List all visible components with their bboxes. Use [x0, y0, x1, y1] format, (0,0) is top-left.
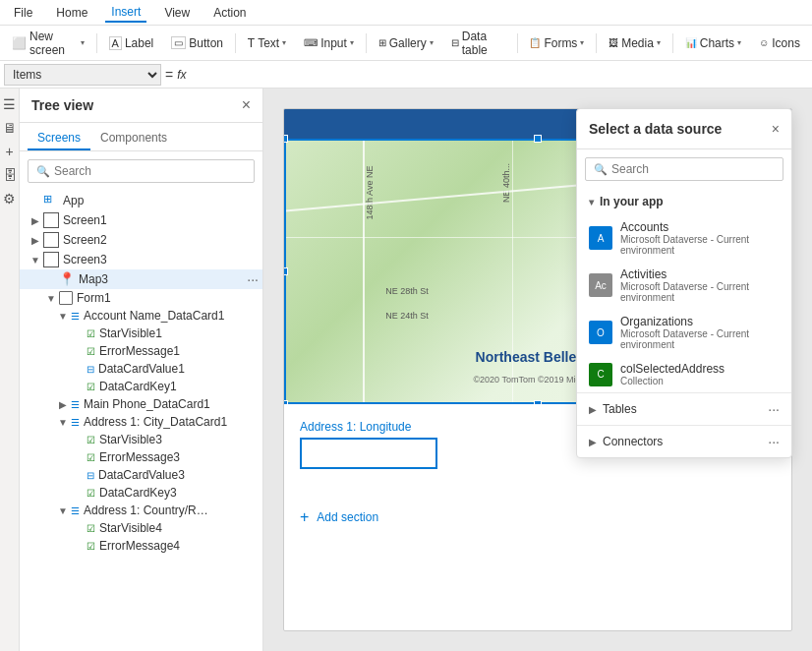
tree-item-datacardvalue1[interactable]: ⊟ DataCardValue1 [20, 360, 262, 378]
media-icon: 🖼 [609, 37, 618, 48]
map3-more-button[interactable]: ··· [243, 271, 262, 287]
formula-input[interactable] [191, 64, 808, 86]
handle-top[interactable] [534, 135, 542, 143]
tree-item-datacardkey3[interactable]: ☑ DataCardKey3 [20, 484, 262, 502]
menu-view[interactable]: View [158, 4, 196, 22]
tree-item-starvisible1[interactable]: ☑ StarVisible1 [20, 325, 262, 342]
longitude-input[interactable] [300, 438, 437, 469]
tree-item-datacardkey1[interactable]: ☑ DataCardKey1 [20, 378, 262, 395]
tab-screens[interactable]: Screens [28, 127, 90, 150]
gallery-button[interactable]: ⊞ Gallery ▾ [371, 32, 441, 54]
tab-components[interactable]: Components [90, 127, 177, 150]
connectors-cat-left: ▶ Connectors [589, 435, 663, 448]
tree-toggle-form1[interactable]: ▼ [43, 293, 59, 304]
tree-item-screen1[interactable]: ▶ Screen1 [20, 210, 262, 230]
handle-bl[interactable] [284, 400, 288, 404]
tree-item-starvisible4[interactable]: ☑ StarVisible4 [20, 519, 262, 537]
icons-button[interactable]: ☺ Icons [751, 32, 808, 54]
forms-icon: 📋 [529, 37, 541, 48]
datasource-item-colselectedaddress[interactable]: C colSelectedAddress Collection [577, 356, 791, 392]
datasource-search-input[interactable] [611, 162, 775, 176]
button-button[interactable]: ▭ Button [163, 32, 231, 54]
tree-toggle-screen3[interactable]: ▼ [28, 255, 43, 266]
tree-label-country-dc: Address 1: Country/Region_DataCard... [84, 503, 211, 517]
charts-button[interactable]: 📊 Charts ▾ [677, 32, 749, 54]
handle-left[interactable] [284, 267, 288, 275]
tree-item-errormessage4[interactable]: ☑ ErrorMessage4 [20, 537, 262, 555]
tree-item-screen2[interactable]: ▶ Screen2 [20, 230, 262, 250]
datasource-close-button[interactable]: × [772, 121, 780, 137]
monitor-icon[interactable]: 🖥 [2, 120, 18, 136]
tree-label-dcv1: DataCardValue1 [98, 362, 185, 376]
colselected-sub: Collection [620, 376, 780, 386]
datasource-title: Select a data source [589, 121, 722, 137]
label-button[interactable]: A Label [101, 32, 162, 54]
menu-home[interactable]: Home [50, 4, 93, 22]
tree-item-datacardvalue3[interactable]: ⊟ DataCardValue3 [20, 466, 262, 484]
tree-item-app[interactable]: ⊞ App [20, 191, 262, 210]
menu-file[interactable]: File [8, 4, 38, 22]
connectors-more-button[interactable]: ··· [768, 434, 780, 449]
hamburger-icon[interactable]: ☰ [2, 96, 18, 112]
datasource-item-organizations[interactable]: O Organizations Microsoft Dataverse - Cu… [577, 309, 791, 356]
tree-item-starvisible3[interactable]: ☑ StarVisible3 [20, 431, 262, 448]
database-icon[interactable]: 🗄 [2, 167, 18, 183]
input-button[interactable]: ⌨ Input ▾ [296, 32, 362, 54]
tree-label-em3: ErrorMessage3 [99, 450, 180, 464]
tree-label-em1: ErrorMessage1 [99, 344, 180, 358]
tree-search-input[interactable] [54, 164, 246, 178]
plus-icon[interactable]: + [2, 144, 18, 159]
tree-label-dck3: DataCardKey3 [99, 486, 177, 500]
media-button[interactable]: 🖼 Media ▾ [601, 32, 668, 54]
settings-icon[interactable]: ⚙ [2, 191, 18, 207]
tree-toggle-mainphone[interactable]: ▶ [55, 399, 71, 410]
error3-icon: ☑ [87, 452, 95, 463]
datasource-tables-category[interactable]: ▶ Tables ··· [577, 392, 791, 425]
datasource-in-app-header[interactable]: ▾ In your app [577, 189, 791, 214]
data-table-button[interactable]: ⊟ Data table [443, 26, 513, 61]
datasource-connectors-category[interactable]: ▶ Connectors ··· [577, 425, 791, 457]
tree-toggle-country-dc[interactable]: ▼ [55, 505, 71, 516]
datasource-item-accounts[interactable]: A Accounts Microsoft Dataverse - Current… [577, 214, 791, 262]
tree-toggle-city-dc[interactable]: ▼ [55, 417, 71, 428]
tables-more-button[interactable]: ··· [768, 401, 780, 417]
menu-insert[interactable]: Insert [105, 3, 146, 23]
tree-item-errormessage1[interactable]: ☑ ErrorMessage1 [20, 342, 262, 360]
datasource-item-activities[interactable]: Ac Activities Microsoft Dataverse - Curr… [577, 262, 791, 309]
activities-name: Activities [620, 267, 780, 281]
handle-tl[interactable] [284, 135, 288, 143]
tree-content: ⊞ App ▶ Screen1 ▶ Screen2 ▼ Screen3 [20, 191, 262, 651]
add-section-button[interactable]: + Add section [284, 493, 791, 542]
datasource-header: Select a data source × [577, 109, 791, 149]
tree-label-dck1: DataCardKey1 [99, 380, 177, 393]
tree-item-address-country-dc[interactable]: ▼ ☰ Address 1: Country/Region_DataCard..… [20, 502, 262, 519]
menu-action[interactable]: Action [207, 4, 252, 22]
tree-item-address-city-dc[interactable]: ▼ ☰ Address 1: City_DataCard1 [20, 413, 262, 431]
organizations-name: Organizations [620, 315, 780, 328]
tree-item-errormessage3[interactable]: ☑ ErrorMessage3 [20, 448, 262, 466]
forms-button[interactable]: 📋 Forms ▾ [521, 32, 592, 54]
item-selector[interactable]: Items [4, 64, 161, 86]
tree-toggle-screen1[interactable]: ▶ [28, 215, 43, 226]
tree-item-form1[interactable]: ▼ Form1 [20, 289, 262, 307]
left-icon-bar: ☰ 🖥 + 🗄 ⚙ [0, 89, 20, 651]
sidebar-close-button[interactable]: × [242, 96, 251, 114]
toolbar-sep-4 [517, 33, 518, 53]
text-button[interactable]: T Text ▾ [240, 32, 294, 54]
tables-cat-left: ▶ Tables [589, 402, 637, 416]
toolbar-sep-3 [366, 33, 367, 53]
datasource-search-box: 🔍 [585, 157, 783, 181]
tree-item-account-name-dc[interactable]: ▼ ☰ Account Name_DataCard1 [20, 307, 262, 325]
tree-toggle-screen2[interactable]: ▶ [28, 235, 43, 246]
tree-item-screen3[interactable]: ▼ Screen3 [20, 250, 262, 269]
connectors-chevron: ▶ [589, 437, 597, 447]
handle-bottom[interactable] [534, 400, 542, 404]
country-dc-icon: ☰ [71, 505, 80, 516]
tree-toggle-account-dc[interactable]: ▼ [55, 311, 71, 322]
new-screen-button[interactable]: ⬜ New screen ▾ [4, 26, 92, 61]
tree-item-mainphone-dc[interactable]: ▶ ☰ Main Phone_DataCard1 [20, 395, 262, 413]
activities-icon: Ac [589, 273, 612, 297]
tree-item-map3[interactable]: 📍 Map3 ··· [20, 269, 262, 289]
fx-button[interactable]: fx [177, 68, 186, 82]
screen3-icon [43, 252, 59, 267]
